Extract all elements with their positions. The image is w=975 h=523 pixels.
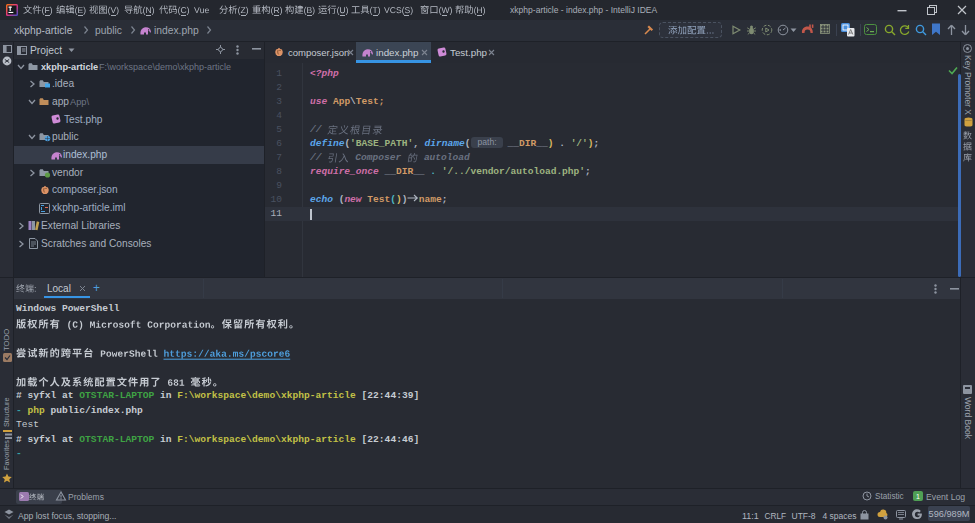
- svg-text:1: 1: [916, 493, 920, 500]
